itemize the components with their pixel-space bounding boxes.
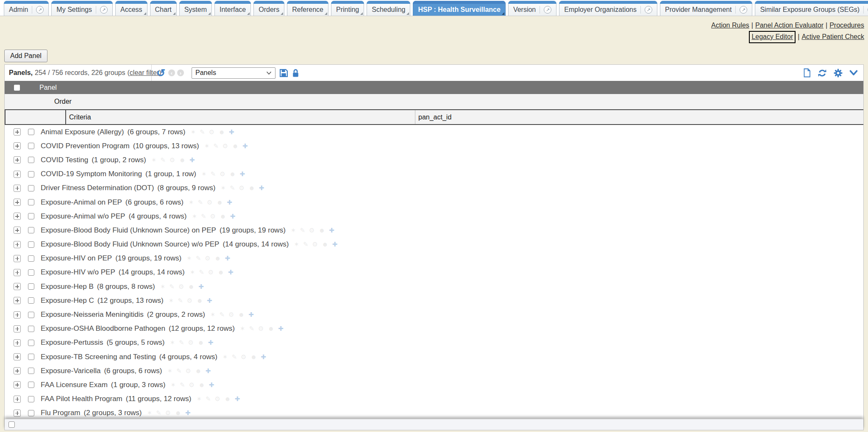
favorite-icon[interactable]: ✶ [151, 156, 157, 164]
person-icon[interactable]: ☻ [214, 255, 221, 262]
tab-version[interactable]: Version ↗ [508, 1, 556, 16]
expand-plus-icon[interactable] [14, 128, 21, 136]
gear-icon[interactable]: ⚙ [208, 269, 214, 276]
person-icon[interactable]: ☻ [267, 325, 274, 332]
edit-icon[interactable]: ✎ [199, 269, 204, 276]
row-checkbox[interactable] [28, 241, 34, 248]
expand-plus-icon[interactable] [14, 156, 21, 163]
tab-chart[interactable]: Chart [150, 1, 177, 16]
expand-plus-icon[interactable] [14, 213, 21, 220]
gear-icon[interactable]: ⚙ [165, 409, 171, 417]
view-dropdown[interactable]: Panels [192, 67, 275, 79]
expand-plus-icon[interactable] [14, 185, 21, 192]
expand-plus-icon[interactable] [14, 367, 21, 374]
gear-icon[interactable]: ⚙ [312, 241, 318, 248]
favorite-icon[interactable]: ✶ [189, 199, 194, 206]
add-panel-button[interactable]: Add Panel [4, 50, 47, 62]
open-in-new-icon[interactable]: ↗ [735, 6, 747, 14]
footer-checkbox[interactable] [8, 421, 15, 428]
person-icon[interactable]: ☻ [196, 297, 203, 305]
person-icon[interactable]: ☻ [238, 311, 245, 318]
edit-icon[interactable]: ✎ [206, 395, 211, 403]
edit-icon[interactable]: ✎ [196, 255, 201, 262]
row-checkbox[interactable] [28, 326, 34, 332]
edit-icon[interactable]: ✎ [249, 325, 254, 332]
column-header-pan-act-id[interactable]: pan_act_id [415, 110, 863, 124]
row-checkbox[interactable] [28, 227, 34, 233]
add-icon[interactable]: ✚ [206, 367, 211, 375]
add-icon[interactable]: ✚ [209, 381, 214, 389]
gear-icon[interactable]: ⚙ [207, 199, 212, 206]
favorite-icon[interactable]: ✶ [186, 255, 192, 262]
gear-icon[interactable]: ⚙ [309, 227, 314, 234]
expand-plus-icon[interactable] [14, 283, 21, 290]
person-icon[interactable]: ☻ [250, 353, 257, 361]
expand-plus-icon[interactable] [14, 381, 21, 388]
column-header-criteria[interactable]: Criteria [65, 110, 415, 124]
expand-plus-icon[interactable] [14, 396, 21, 403]
edit-icon[interactable]: ✎ [303, 241, 309, 248]
edit-icon[interactable]: ✎ [200, 128, 205, 136]
edit-icon[interactable]: ✎ [230, 184, 235, 192]
link-panel-action-evaluator[interactable]: Panel Action Evaluator [755, 22, 823, 29]
person-icon[interactable]: ☻ [232, 142, 239, 150]
person-icon[interactable]: ☻ [220, 213, 226, 220]
add-icon[interactable]: ✚ [229, 128, 234, 136]
person-icon[interactable]: ☻ [322, 241, 328, 248]
favorite-icon[interactable]: ✶ [169, 297, 174, 305]
person-icon[interactable]: ☻ [198, 381, 205, 389]
expand-plus-icon[interactable] [14, 325, 21, 332]
expand-plus-icon[interactable] [14, 227, 21, 234]
expand-plus-icon[interactable] [14, 142, 21, 150]
gear-icon[interactable] [834, 69, 843, 78]
clear-filter-link[interactable]: clear filter [130, 69, 159, 77]
row-checkbox[interactable] [28, 312, 34, 318]
tab-printing[interactable]: Printing [331, 1, 364, 16]
tab-my-settings[interactable]: My Settings ↗ [51, 1, 113, 16]
refresh-icon[interactable] [818, 69, 827, 78]
favorite-icon[interactable]: ✶ [204, 142, 210, 150]
gear-icon[interactable]: ⚙ [205, 255, 210, 262]
row-checkbox[interactable] [28, 297, 34, 304]
person-icon[interactable]: ☻ [179, 156, 186, 164]
favorite-icon[interactable]: ✶ [240, 325, 245, 332]
expand-plus-icon[interactable] [14, 410, 21, 417]
favorite-icon[interactable]: ✶ [201, 170, 207, 178]
add-icon[interactable]: ✚ [227, 199, 232, 206]
person-icon[interactable]: ☻ [218, 128, 225, 136]
gear-icon[interactable]: ⚙ [239, 184, 244, 192]
row-checkbox[interactable] [28, 382, 34, 388]
row-checkbox[interactable] [28, 185, 34, 191]
gear-icon[interactable]: ⚙ [187, 297, 192, 305]
favorite-icon[interactable]: ✶ [210, 311, 216, 318]
tab-employer-organizations[interactable]: Employer Organizations ↗ [559, 1, 657, 16]
favorite-icon[interactable]: ✶ [291, 227, 296, 234]
favorite-icon[interactable]: ✶ [294, 241, 299, 248]
person-icon[interactable]: ☻ [229, 170, 236, 178]
tab-reference[interactable]: Reference [287, 1, 328, 16]
favorite-icon[interactable]: ✶ [196, 395, 202, 403]
add-icon[interactable]: ✚ [261, 353, 266, 361]
person-icon[interactable]: ☻ [318, 227, 325, 234]
edit-icon[interactable]: ✎ [300, 227, 305, 234]
expand-plus-icon[interactable] [14, 171, 21, 178]
select-all-checkbox[interactable] [14, 85, 20, 91]
row-checkbox[interactable] [28, 396, 34, 402]
favorite-icon[interactable]: ✶ [223, 353, 228, 361]
link-active-patient-check[interactable]: Active Patient Check [801, 33, 864, 40]
gear-icon[interactable]: ⚙ [186, 367, 191, 375]
edit-icon[interactable]: ✎ [176, 367, 182, 375]
gear-icon[interactable]: ⚙ [178, 283, 184, 291]
edit-icon[interactable]: ✎ [219, 311, 225, 318]
expand-plus-icon[interactable] [14, 353, 21, 360]
edit-icon[interactable]: ✎ [231, 353, 237, 361]
favorite-icon[interactable]: ✶ [220, 184, 226, 192]
favorite-icon[interactable]: ✶ [147, 409, 153, 417]
add-icon[interactable]: ✚ [332, 241, 338, 248]
add-icon[interactable]: ✚ [248, 311, 254, 318]
person-icon[interactable]: ☻ [216, 199, 223, 206]
edit-icon[interactable]: ✎ [213, 142, 219, 150]
tab-similar-exposure-groups-segs[interactable]: Similar Exposure Groups (SEGs) ↗ [755, 1, 868, 16]
expand-plus-icon[interactable] [14, 311, 21, 318]
edit-icon[interactable]: ✎ [160, 156, 166, 164]
